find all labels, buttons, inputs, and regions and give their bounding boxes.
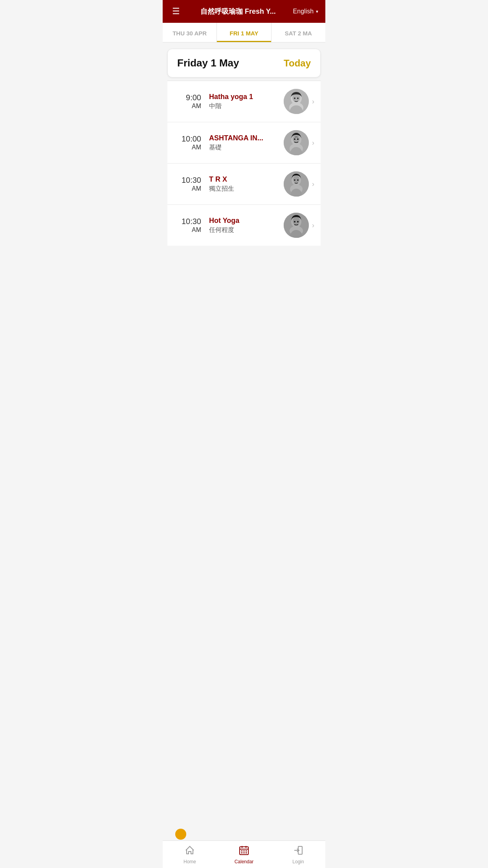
class-chevron-1: › [312, 97, 314, 106]
class-level-4: 任何程度 [209, 226, 279, 234]
class-item-1[interactable]: 9:00 AM Hatha yoga 1 中階 [167, 81, 321, 122]
hamburger-icon: ☰ [172, 6, 180, 16]
class-info-4: Hot Yoga 任何程度 [209, 216, 279, 234]
language-dropdown-arrow: ▼ [315, 9, 319, 14]
svg-point-17 [297, 179, 299, 181]
date-header-card: Friday 1 May Today [167, 49, 321, 77]
svg-point-5 [297, 97, 299, 99]
svg-point-14 [293, 175, 299, 183]
class-item-3[interactable]: 10:30 AM T R X 獨立招生 [167, 164, 321, 205]
class-info-1: Hatha yoga 1 中階 [209, 92, 279, 110]
date-tab-bar: THU 30 APR FRI 1 MAY SAT 2 MA [163, 23, 325, 42]
class-name-4: Hot Yoga [209, 216, 279, 225]
class-item-2[interactable]: 10:00 AM ASHTANGA IN... 基礎 [167, 122, 321, 164]
svg-point-11 [297, 138, 299, 140]
instructor-avatar-2 [284, 130, 309, 155]
class-info-3: T R X 獨立招生 [209, 175, 279, 193]
class-hour-1: 9:00 [174, 93, 201, 102]
svg-point-4 [294, 97, 295, 99]
class-time-3: 10:30 AM [174, 175, 201, 192]
svg-point-10 [294, 138, 295, 140]
svg-point-8 [293, 134, 300, 143]
svg-point-22 [294, 221, 295, 223]
class-ampm-2: AM [174, 143, 201, 151]
tab-sat[interactable]: SAT 2 MA [272, 23, 325, 42]
tab-thu[interactable]: THU 30 APR [163, 23, 217, 42]
class-ampm-3: AM [174, 185, 201, 192]
language-selector[interactable]: English ▼ [293, 8, 319, 15]
class-hour-4: 10:30 [174, 217, 201, 226]
instructor-avatar-1 [284, 89, 309, 114]
app-title: 自然呼吸瑜珈 Fresh Y... [187, 7, 289, 16]
class-time-2: 10:00 AM [174, 134, 201, 151]
tab-fri[interactable]: FRI 1 MAY [217, 23, 271, 42]
class-hour-3: 10:30 [174, 175, 201, 185]
class-level-3: 獨立招生 [209, 185, 279, 193]
class-name-1: Hatha yoga 1 [209, 92, 279, 101]
today-label: Today [284, 58, 311, 69]
class-name-2: ASHTANGA IN... [209, 134, 279, 143]
class-chevron-2: › [312, 139, 314, 147]
class-level-1: 中階 [209, 102, 279, 110]
class-hour-2: 10:00 [174, 134, 201, 143]
class-item-4[interactable]: 10:30 AM Hot Yoga 任何程度 [167, 205, 321, 246]
main-content: Friday 1 May Today 9:00 AM Hatha yoga 1 … [163, 42, 325, 277]
class-name-3: T R X [209, 175, 279, 184]
app-header: ☰ 自然呼吸瑜珈 Fresh Y... English ▼ [163, 0, 325, 23]
svg-point-20 [293, 217, 300, 225]
class-level-2: 基礎 [209, 143, 279, 152]
instructor-avatar-4 [284, 213, 309, 238]
class-ampm-4: AM [174, 226, 201, 234]
language-label: English [293, 8, 314, 15]
class-info-2: ASHTANGA IN... 基礎 [209, 134, 279, 152]
menu-button[interactable]: ☰ [169, 3, 183, 20]
class-time-1: 9:00 AM [174, 93, 201, 110]
svg-point-23 [297, 221, 299, 223]
class-list: 9:00 AM Hatha yoga 1 中階 [167, 81, 321, 246]
class-time-4: 10:30 AM [174, 217, 201, 234]
instructor-avatar-3 [284, 171, 309, 197]
class-chevron-3: › [312, 180, 314, 188]
class-ampm-1: AM [174, 102, 201, 110]
date-header-title: Friday 1 May [177, 57, 239, 69]
svg-point-16 [294, 179, 295, 181]
class-chevron-4: › [312, 221, 314, 230]
